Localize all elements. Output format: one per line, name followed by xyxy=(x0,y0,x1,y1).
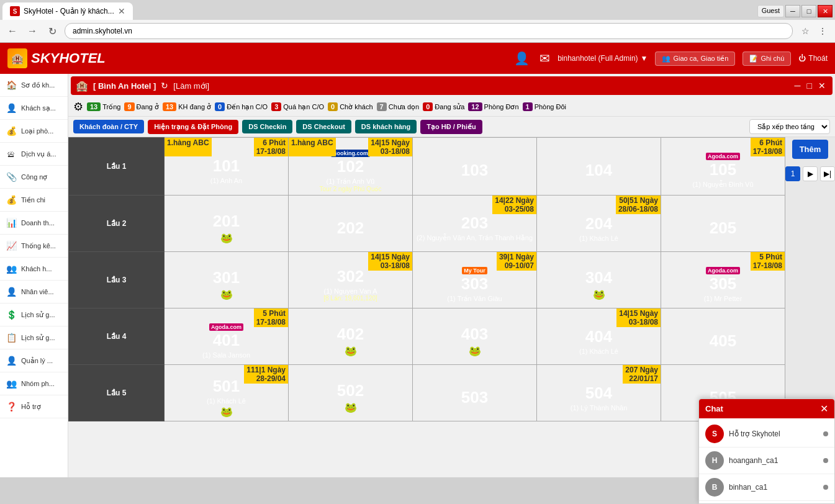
address-input[interactable] xyxy=(65,23,793,39)
refresh-button[interactable]: ↻ xyxy=(45,24,60,38)
invoice-button[interactable]: Tạo HĐ / Phiếu xyxy=(420,120,482,134)
room-number: 101 xyxy=(213,156,240,176)
sidebar-item[interactable]: 💰Loại phò... xyxy=(0,120,68,143)
refresh-label[interactable]: [Làm mới] xyxy=(173,81,209,91)
sidebar-item[interactable]: 💲Lịch sử g... xyxy=(0,304,68,326)
room-cell[interactable]: 205 xyxy=(661,196,785,252)
sidebar-item[interactable]: 🛎Dịch vụ á... xyxy=(0,143,68,166)
room-cell[interactable]: 1.hàng ABC14|15 Ngày03-18/08Booking.com1… xyxy=(289,138,413,196)
room-number: 203 xyxy=(461,214,488,233)
room-cell[interactable]: 502🐸 xyxy=(289,365,413,421)
notification-icon[interactable]: 👤 xyxy=(514,51,530,66)
stat-item: 1Phòng Đôi xyxy=(523,102,567,111)
room-cell[interactable]: 207 Ngày22/01/17504(1) Lý Thành Nhân xyxy=(537,365,661,421)
room-cell[interactable]: 14|15 Ngày03-18/08302(1) Nguyen Van A[8 … xyxy=(289,252,413,308)
room-cell[interactable]: 5 Phút17-18/08Agoda.com305(1) Mr Petter xyxy=(661,252,785,308)
room-number: 504 xyxy=(585,384,612,403)
settings-icon[interactable]: ⚙ xyxy=(73,100,83,114)
mail-icon[interactable]: ✉ xyxy=(539,51,550,66)
customer-list-button[interactable]: DS khách hàng xyxy=(355,120,417,133)
logo-text: SKYHOTEL xyxy=(31,50,106,66)
chat-contact-item[interactable]: Bbinhan_ca1 xyxy=(699,474,834,501)
window-close-button[interactable]: ✕ xyxy=(818,5,833,17)
room-cell[interactable]: 304🐸 xyxy=(537,252,661,308)
checkin-list-button[interactable]: DS Checkin xyxy=(242,120,292,133)
sidebar-item[interactable]: 📋Lịch sử g... xyxy=(0,326,68,349)
back-button[interactable]: ← xyxy=(5,24,20,38)
forward-button[interactable]: → xyxy=(25,24,40,38)
tab-close-button[interactable]: ✕ xyxy=(118,6,125,16)
add-room-button[interactable]: Thêm xyxy=(792,140,829,159)
page-next-button[interactable]: ▶ xyxy=(803,166,818,181)
room-cell[interactable]: 503 xyxy=(413,365,537,421)
refresh-icon[interactable]: ↻ xyxy=(161,81,168,91)
room-cell[interactable]: 6 Phút17-18/08Agoda.com105(1) Nguyễn Đìn… xyxy=(661,138,785,196)
room-guest: (1) Mr Petter xyxy=(704,295,742,302)
sort-select[interactable]: Sắp xếp theo tầng xyxy=(749,119,830,134)
room-guest: (1) Nguyễn Đình Vũ xyxy=(692,181,753,189)
sidebar-item[interactable]: ❓Hỗ trợ xyxy=(0,395,68,418)
close-panel-button[interactable]: ✕ xyxy=(816,81,828,91)
room-cell[interactable]: 202 xyxy=(289,196,413,252)
user-menu[interactable]: binhanhotel (Full Admin) ▼ xyxy=(557,54,648,63)
sidebar-label: Thống kê... xyxy=(21,242,56,250)
group-customer-button[interactable]: Khách đoàn / CTY xyxy=(73,120,144,133)
minimize-button[interactable]: ─ xyxy=(785,5,800,17)
sidebar-item[interactable]: 👥Nhóm ph... xyxy=(0,372,68,395)
bookmark-icon[interactable]: ☆ xyxy=(798,24,813,38)
room-cell[interactable]: 39|1 Ngày09-10/07My Tour303(1) Trần Văn … xyxy=(413,252,537,308)
sidebar-item[interactable]: 👤Quản lý ... xyxy=(0,349,68,372)
room-cell[interactable]: 111|1 Ngày28-29/04501(1) Khách Lê🐸 xyxy=(165,365,289,421)
checkout-list-button[interactable]: DS Checkout xyxy=(296,120,351,133)
chat-contact-item[interactable]: Hhoanganh_ca1 xyxy=(699,448,834,474)
note-button[interactable]: 📝 Ghi chú xyxy=(742,52,791,66)
sidebar-icon: 📋 xyxy=(5,331,17,344)
room-cell[interactable]: 201🐸 xyxy=(165,196,289,252)
stat-item: 0Đến hạn C/O xyxy=(215,102,268,111)
room-cell[interactable]: 405 xyxy=(661,308,785,365)
browser-actions: ☆ ⋮ xyxy=(798,24,830,38)
room-number: 403 xyxy=(461,325,488,344)
status-booking-button[interactable]: Hiện trạng & Đặt Phòng xyxy=(148,120,238,134)
page-last-button[interactable]: ▶| xyxy=(820,166,835,181)
chat-close-button[interactable]: ✕ xyxy=(820,403,828,415)
minimize-panel-button[interactable]: ─ xyxy=(793,81,803,91)
room-cell[interactable]: 301🐸 xyxy=(165,252,289,308)
stat-label: Phòng Đơn xyxy=(484,103,519,111)
sidebar-item[interactable]: 👥Khách h... xyxy=(0,258,68,281)
sidebar-item[interactable]: 💰Tiền chi xyxy=(0,189,68,212)
browser-tab[interactable]: S SkyHotel - Quản lý khách... ✕ xyxy=(2,2,133,20)
handover-button[interactable]: 👥 Giao ca, Giao tiền xyxy=(655,52,735,66)
app-logo: 🏨 SKYHOTEL xyxy=(7,48,106,68)
room-cell[interactable]: 403🐸 xyxy=(413,308,537,365)
room-cell[interactable]: 14|15 Ngày03-18/08404(1) Khách Lê xyxy=(537,308,661,365)
frog-icon: 🐸 xyxy=(345,402,357,413)
page-1-button[interactable]: 1 xyxy=(785,166,800,181)
sidebar-item[interactable]: 🏠Sơ đồ kh... xyxy=(0,74,68,97)
chat-contact-name: binhan_ca1 xyxy=(729,483,767,492)
room-cell[interactable]: 104 xyxy=(537,138,661,196)
maximize-button[interactable]: □ xyxy=(801,5,816,17)
room-cell[interactable]: 1.hàng ABC6 Phút17-18/08101(1) Anh An xyxy=(165,138,289,196)
room-badge-left: 1.hàng ABC xyxy=(289,138,336,156)
room-number: 304 xyxy=(585,268,612,287)
sidebar-item[interactable]: 👤Khách sạ... xyxy=(0,97,68,120)
stat-badge: 12 xyxy=(468,102,482,111)
restore-panel-button[interactable]: □ xyxy=(805,81,814,91)
room-number: 305 xyxy=(710,274,736,294)
sidebar-item[interactable]: 👤Nhân viê... xyxy=(0,281,68,304)
sidebar-item[interactable]: 📈Thống kê... xyxy=(0,235,68,258)
sidebar-label: Khách sạ... xyxy=(21,104,56,112)
logout-button[interactable]: ⏻ Thoát xyxy=(798,54,828,63)
room-cell[interactable]: 14|22 Ngày03-25/08203(2) Nguyễn Văn An, … xyxy=(413,196,537,252)
sidebar-item[interactable]: 📎Công nợ xyxy=(0,166,68,189)
room-cell[interactable]: 402🐸 xyxy=(289,308,413,365)
menu-icon[interactable]: ⋮ xyxy=(815,24,830,38)
room-cell[interactable]: 103 xyxy=(413,138,537,196)
room-cell[interactable]: 5 Phút17-18/08Agoda.com401(1) Sala Janso… xyxy=(165,308,289,365)
stat-label: Chưa dọn xyxy=(389,103,419,111)
chat-contact-item[interactable]: SHỗ trợ Skyhotel xyxy=(699,421,834,448)
sidebar-item[interactable]: 📊Doanh th... xyxy=(0,212,68,235)
room-top-badges: 5 Phút17-18/08 xyxy=(165,308,288,327)
room-cell[interactable]: 50|51 Ngày28/06-18/08204(1) Khách Lê xyxy=(537,196,661,252)
